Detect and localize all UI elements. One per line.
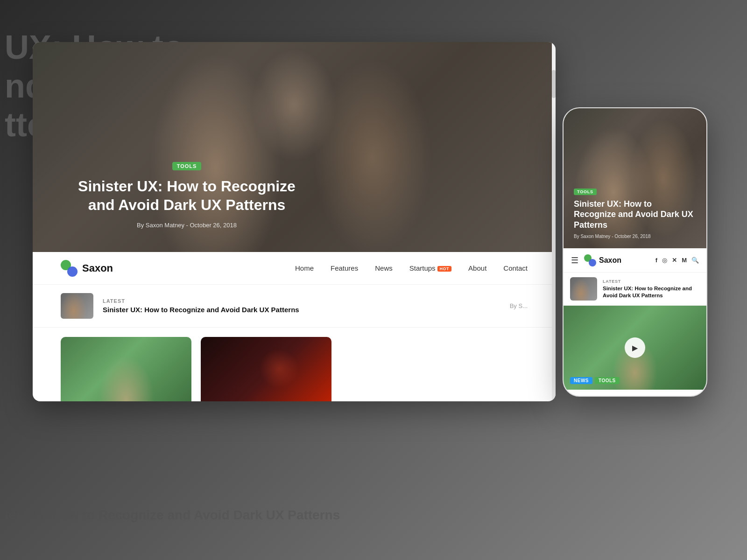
mobile-mockup: TOOLS Sinister UX: How to Recognize and …: [563, 107, 707, 397]
logo-text: Saxon: [82, 262, 113, 274]
mobile-logo-area[interactable]: Saxon: [584, 254, 621, 266]
hot-badge: HOT: [437, 266, 452, 272]
card-item-2[interactable]: NEWS: [201, 337, 331, 401]
hero-tag-badge: TOOLS: [172, 162, 202, 170]
nav-link-about[interactable]: About: [468, 264, 486, 272]
mobile-card-badges: NEWS TOOLS: [570, 377, 620, 384]
nav-links-list: Home Features News StartupsHOT About Con…: [295, 264, 528, 273]
hamburger-icon[interactable]: ☰: [571, 255, 578, 266]
latest-bar: LATEST Sinister UX: How to Recognize and…: [33, 285, 556, 328]
nav-item-contact[interactable]: Contact: [503, 264, 528, 273]
hero-content: TOOLS Sinister UX: How to Recognize and …: [70, 161, 303, 229]
nav-links-container: Home Features News StartupsHOT About Con…: [295, 264, 528, 273]
logo-blue-circle: [67, 266, 78, 277]
nav-item-home[interactable]: Home: [295, 264, 314, 273]
mobile-logo-icon: [584, 254, 596, 266]
bg-bottom-text: ter UX: How to Recognize and Avoid Dark …: [5, 508, 340, 523]
mobile-latest-thumb-img: [570, 277, 597, 301]
search-icon[interactable]: 🔍: [691, 257, 699, 264]
desktop-mockup: TOOLS Sinister UX: How to Recognize and …: [33, 42, 556, 401]
mobile-card-tools-badge[interactable]: TOOLS: [595, 377, 620, 384]
card-item-1[interactable]: NEWS TOOLS: [61, 337, 191, 401]
scrollbar-thumb[interactable]: [552, 70, 556, 98]
mobile-logo-blue: [589, 259, 596, 266]
nav-link-home[interactable]: Home: [295, 264, 314, 272]
medium-icon[interactable]: M: [682, 257, 687, 264]
nav-link-features[interactable]: Features: [331, 264, 358, 272]
nav-link-contact[interactable]: Contact: [503, 264, 528, 272]
mobile-latest-thumbnail: [570, 277, 597, 301]
nav-item-news[interactable]: News: [375, 264, 393, 273]
latest-thumb-image: [61, 293, 93, 319]
card-bg-dark-red: [201, 337, 331, 401]
twitter-icon[interactable]: ✕: [672, 257, 677, 264]
latest-author: By S...: [510, 302, 528, 309]
hero-title: Sinister UX: How to Recognize and Avoid …: [70, 177, 303, 214]
mobile-card-news-badge[interactable]: NEWS: [570, 377, 592, 384]
mobile-latest-info: LATEST Sinister UX: How to Recognize and…: [603, 279, 700, 299]
card-figure-1: [61, 337, 191, 401]
scrollbar[interactable]: [552, 42, 556, 401]
card-bg-green: [61, 337, 191, 401]
mobile-card[interactable]: ▶ NEWS TOOLS: [564, 306, 706, 390]
mobile-latest-article-title[interactable]: Sinister UX: How to Recognize and Avoid …: [603, 285, 700, 299]
mobile-logo-text: Saxon: [599, 256, 621, 265]
navbar: Saxon Home Features News StartupsHOT Abo…: [33, 252, 556, 285]
nav-item-startups[interactable]: StartupsHOT: [409, 264, 451, 273]
nav-link-startups[interactable]: StartupsHOT: [409, 264, 451, 272]
mobile-latest-bar: LATEST Sinister UX: How to Recognize and…: [564, 273, 706, 306]
cards-row: NEWS TOOLS NEWS: [33, 328, 556, 401]
mobile-social-icons: f ◎ ✕ M 🔍: [655, 257, 699, 264]
logo-icon: [61, 260, 78, 277]
mobile-hero-meta: By Saxon Matney - October 26, 2018: [574, 234, 696, 239]
hero-meta: By Saxon Matney - October 26, 2018: [70, 222, 303, 229]
logo-area[interactable]: Saxon: [61, 260, 113, 277]
facebook-icon[interactable]: f: [655, 257, 657, 264]
mobile-latest-label: LATEST: [603, 279, 700, 284]
latest-article-title[interactable]: Sinister UX: How to Recognize and Avoid …: [103, 306, 500, 314]
latest-thumbnail: [61, 293, 93, 319]
nav-link-news[interactable]: News: [375, 264, 393, 272]
mobile-hero-tag: TOOLS: [574, 189, 597, 195]
latest-info: LATEST Sinister UX: How to Recognize and…: [103, 298, 500, 314]
mobile-navbar: ☰ Saxon f ◎ ✕ M 🔍: [564, 248, 706, 273]
mobile-hero-content: TOOLS Sinister UX: How to Recognize and …: [574, 187, 696, 239]
mobile-hero-title: Sinister UX: How to Recognize and Avoid …: [574, 199, 696, 231]
nav-item-about[interactable]: About: [468, 264, 486, 273]
latest-label: LATEST: [103, 298, 500, 304]
hero-section: TOOLS Sinister UX: How to Recognize and …: [33, 42, 556, 252]
mobile-play-button[interactable]: ▶: [625, 337, 645, 358]
instagram-icon[interactable]: ◎: [662, 257, 667, 264]
mobile-hero-section: TOOLS Sinister UX: How to Recognize and …: [564, 108, 706, 248]
card-figure-2: [201, 337, 331, 401]
nav-item-features[interactable]: Features: [331, 264, 358, 273]
